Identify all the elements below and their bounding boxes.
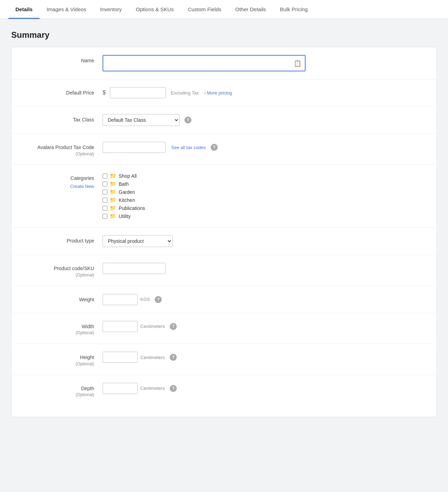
category-item: 📁Publications bbox=[103, 205, 145, 211]
name-input-wrapper: 📋 bbox=[103, 55, 306, 71]
width-unit: Centimeters bbox=[140, 324, 165, 329]
see-all-tax-codes-link[interactable]: See all tax codes bbox=[171, 145, 206, 150]
product-type-label: Product type bbox=[26, 235, 103, 245]
name-input[interactable] bbox=[107, 58, 291, 69]
category-label: Shop All bbox=[119, 173, 136, 179]
folder-icon: 📁 bbox=[110, 197, 117, 203]
weight-input[interactable] bbox=[103, 294, 138, 305]
tax-class-select[interactable]: Default Tax ClassNon-Taxable ProductsShi… bbox=[103, 114, 180, 126]
category-label: Publications bbox=[119, 205, 145, 211]
category-label: Kitchen bbox=[119, 197, 135, 203]
depth-row: Depth (Optional) Centimeters ? bbox=[12, 375, 436, 406]
depth-control: Centimeters ? bbox=[103, 383, 422, 394]
product-type-select[interactable]: Physical productDigital productGift cert… bbox=[103, 235, 173, 247]
page-content: Summary Name 📋 Default Price $ Excluding… bbox=[0, 19, 448, 431]
tab-inventory[interactable]: Inventory bbox=[93, 0, 129, 19]
categories-control: 📁Shop All📁Bath📁Garden📁Kitchen📁Publicatio… bbox=[103, 173, 422, 219]
more-pricing-link[interactable]: › More pricing bbox=[204, 90, 232, 96]
tab-bulk-pricing[interactable]: Bulk Pricing bbox=[273, 0, 315, 19]
folder-icon: 📁 bbox=[110, 213, 117, 219]
tab-custom-fields[interactable]: Custom Fields bbox=[181, 0, 228, 19]
price-input[interactable] bbox=[110, 87, 166, 98]
tab-options-skus[interactable]: Options & SKUs bbox=[129, 0, 181, 19]
sku-label: Product code/SKU (Optional) bbox=[26, 263, 103, 278]
avalara-sublabel: (Optional) bbox=[26, 151, 94, 157]
tab-images-videos[interactable]: Images & Videos bbox=[40, 0, 93, 19]
avalara-label: Avalara Product Tax Code (Optional) bbox=[26, 142, 103, 157]
width-label: Width (Optional) bbox=[26, 321, 103, 336]
category-label: Garden bbox=[119, 189, 135, 195]
weight-row: Weight KGS ? bbox=[12, 286, 436, 313]
width-help-icon[interactable]: ? bbox=[170, 323, 177, 330]
category-checkbox-shop-all[interactable] bbox=[103, 174, 107, 178]
depth-unit: Centimeters bbox=[140, 386, 165, 391]
category-checkbox-kitchen[interactable] bbox=[103, 198, 107, 203]
category-tree: 📁Shop All📁Bath📁Garden📁Kitchen📁Publicatio… bbox=[103, 173, 145, 219]
height-input[interactable] bbox=[103, 352, 138, 363]
avalara-help-icon[interactable]: ? bbox=[211, 144, 218, 151]
category-item: 📁Utility bbox=[103, 213, 145, 219]
category-item: 📁Kitchen bbox=[103, 197, 145, 203]
tab-other-details[interactable]: Other Details bbox=[228, 0, 273, 19]
category-checkbox-garden[interactable] bbox=[103, 190, 107, 195]
height-control: Centimeters ? bbox=[103, 352, 422, 363]
excluding-tax-text: Excluding Tax bbox=[171, 90, 199, 96]
category-label: Bath bbox=[119, 181, 129, 187]
height-label: Height (Optional) bbox=[26, 352, 103, 367]
height-unit: Centimeters bbox=[140, 355, 165, 360]
name-control: 📋 bbox=[103, 55, 422, 71]
name-row: Name 📋 bbox=[12, 47, 436, 79]
sku-control bbox=[103, 263, 422, 274]
width-control: Centimeters ? bbox=[103, 321, 422, 332]
currency-symbol: $ bbox=[103, 90, 106, 96]
weight-unit: KGS bbox=[140, 297, 150, 302]
summary-title: Summary bbox=[11, 30, 437, 40]
tax-class-label: Tax Class bbox=[26, 114, 103, 124]
folder-icon: 📁 bbox=[110, 205, 117, 211]
height-sublabel: (Optional) bbox=[26, 361, 94, 367]
category-item: 📁Shop All bbox=[103, 173, 145, 179]
categories-label: Categories Create New bbox=[26, 173, 103, 190]
price-control: $ Excluding Tax › More pricing bbox=[103, 87, 422, 98]
product-type-row: Product type Physical productDigital pro… bbox=[12, 227, 436, 255]
height-help-icon[interactable]: ? bbox=[170, 354, 177, 361]
price-label: Default Price bbox=[26, 87, 103, 97]
category-checkbox-bath[interactable] bbox=[103, 182, 107, 187]
weight-label: Weight bbox=[26, 294, 103, 303]
height-row: Height (Optional) Centimeters ? bbox=[12, 344, 436, 375]
depth-label: Depth (Optional) bbox=[26, 383, 103, 398]
category-item: 📁Bath bbox=[103, 181, 145, 187]
depth-input[interactable] bbox=[103, 383, 138, 394]
category-checkbox-publications[interactable] bbox=[103, 206, 107, 211]
price-row: Default Price $ Excluding Tax › More pri… bbox=[12, 79, 436, 106]
avalara-control: See all tax codes ? bbox=[103, 142, 422, 153]
name-label: Name bbox=[26, 55, 103, 64]
tab-details[interactable]: Details bbox=[8, 0, 40, 19]
chevron-right-icon: › bbox=[204, 90, 206, 96]
tax-class-row: Tax Class Default Tax ClassNon-Taxable P… bbox=[12, 106, 436, 134]
avalara-input[interactable] bbox=[103, 142, 166, 153]
sku-input[interactable] bbox=[103, 263, 166, 274]
create-new-link[interactable]: Create New bbox=[26, 183, 94, 190]
weight-control: KGS ? bbox=[103, 294, 422, 305]
folder-icon: 📁 bbox=[110, 173, 117, 179]
tabs-bar: DetailsImages & VideosInventoryOptions &… bbox=[0, 0, 448, 19]
sku-row: Product code/SKU (Optional) bbox=[12, 255, 436, 286]
template-icon[interactable]: 📋 bbox=[294, 59, 301, 67]
folder-icon: 📁 bbox=[110, 189, 117, 195]
width-row: Width (Optional) Centimeters ? bbox=[12, 313, 436, 344]
width-sublabel: (Optional) bbox=[26, 330, 94, 336]
category-label: Utility bbox=[119, 213, 131, 219]
product-type-control: Physical productDigital productGift cert… bbox=[103, 235, 422, 247]
category-item: 📁Garden bbox=[103, 189, 145, 195]
category-checkbox-utility[interactable] bbox=[103, 214, 107, 219]
weight-help-icon[interactable]: ? bbox=[155, 296, 162, 303]
avalara-row: Avalara Product Tax Code (Optional) See … bbox=[12, 134, 436, 165]
width-input[interactable] bbox=[103, 321, 138, 332]
depth-sublabel: (Optional) bbox=[26, 392, 94, 398]
tax-class-help-icon[interactable]: ? bbox=[184, 117, 191, 124]
summary-card: Name 📋 Default Price $ Excluding Tax › M… bbox=[11, 47, 437, 417]
categories-row: Categories Create New 📁Shop All📁Bath📁Gar… bbox=[12, 165, 436, 227]
depth-help-icon[interactable]: ? bbox=[170, 385, 177, 392]
sku-sublabel: (Optional) bbox=[26, 272, 94, 278]
